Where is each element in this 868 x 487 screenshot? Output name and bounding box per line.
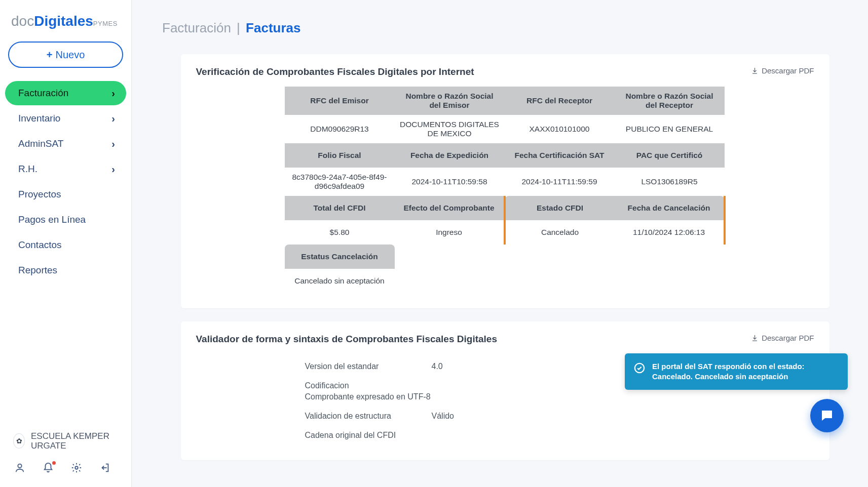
logo: docDigitalesPYMES (5, 10, 126, 42)
sidebar-item-rh[interactable]: R.H. › (5, 157, 126, 181)
td-nombre-receptor: PUBLICO EN GENERAL (615, 115, 725, 143)
th-fecha-exp: Fecha de Expedición (395, 143, 505, 168)
validator-key: Version del estandar (305, 362, 411, 371)
td-pac: LSO1306189R5 (615, 168, 725, 196)
td-nombre-emisor: DOCUMENTOS DIGITALES DE MEXICO (395, 115, 505, 143)
breadcrumb-page: Facturas (246, 20, 300, 35)
gear-icon[interactable] (71, 462, 82, 476)
validator-key: Validacion de estructura (305, 412, 411, 421)
td-total: $5.80 (285, 220, 395, 245)
new-button-label: Nuevo (55, 49, 85, 61)
download-pdf-button[interactable]: Descargar PDF (751, 334, 814, 342)
chevron-right-icon: › (111, 164, 115, 175)
verification-title: Verificación de Comprobantes Fiscales Di… (196, 66, 474, 77)
toast-text: El portal del SAT respondió con el estad… (652, 361, 839, 382)
sidebar-item-label: R.H. (18, 164, 37, 175)
status-toast: El portal del SAT respondió con el estad… (625, 353, 848, 390)
sidebar-item-label: Inventario (18, 113, 60, 124)
sidebar-footer: ✿ ESCUELA KEMPER URGATE (5, 427, 126, 480)
th-pac: PAC que Certificó (615, 143, 725, 168)
th-fecha-cancel: Fecha de Cancelación (615, 196, 725, 220)
download-icon (751, 67, 759, 74)
th-rfc-emisor: RFC del Emisor (285, 87, 395, 115)
svg-point-0 (18, 464, 21, 468)
chevron-right-icon: › (111, 88, 115, 99)
sidebar-item-label: Proyectos (18, 189, 61, 200)
th-efecto: Efecto del Comprobante (395, 196, 505, 220)
profile-icon[interactable] (14, 462, 25, 476)
th-nombre-receptor: Nombre o Razón Social del Receptor (615, 87, 725, 115)
validator-card: Validador de forma y sintaxis de Comprob… (181, 321, 829, 460)
chat-icon (819, 408, 835, 423)
user-name: ESCUELA KEMPER URGATE (31, 431, 118, 451)
chevron-right-icon: › (111, 113, 115, 125)
validator-title: Validador de forma y sintaxis de Comprob… (196, 334, 497, 345)
td-rfc-emisor: DDM090629R13 (285, 115, 395, 143)
avatar: ✿ (13, 433, 25, 449)
td-efecto: Ingreso (395, 220, 505, 245)
th-rfc-receptor: RFC del Receptor (505, 87, 615, 115)
validator-value: Comprobante expresado en UTF-8 (305, 392, 814, 401)
sidebar-item-reportes[interactable]: Reportes (5, 258, 126, 282)
sidebar: docDigitalesPYMES + Nuevo Facturación › … (0, 0, 132, 487)
svg-point-1 (75, 466, 78, 469)
footer-icons (10, 462, 121, 480)
logo-part1: doc (11, 13, 34, 29)
chevron-right-icon: › (111, 138, 115, 150)
bell-icon[interactable] (43, 462, 54, 476)
breadcrumb-section: Facturación (162, 20, 231, 35)
validator-row-validacion: Validacion de estructura Válido (305, 407, 814, 426)
new-button[interactable]: + Nuevo (8, 42, 123, 68)
logo-part2: Digitales (34, 13, 93, 29)
chat-fab[interactable] (810, 399, 844, 432)
sidebar-item-label: Contactos (18, 239, 62, 251)
sidebar-item-adminsat[interactable]: AdminSAT › (5, 132, 126, 156)
sidebar-item-label: AdminSAT (18, 138, 63, 149)
sidebar-item-label: Pagos en Línea (18, 214, 86, 225)
sidebar-item-facturacion[interactable]: Facturación › (5, 81, 126, 105)
sidebar-item-pagos[interactable]: Pagos en Línea (5, 208, 126, 232)
logout-icon[interactable] (99, 462, 110, 476)
th-nombre-emisor: Nombre o Razón Social del Emisor (395, 87, 505, 115)
validator-row-cadena: Cadena original del CFDI (305, 426, 814, 445)
breadcrumb-separator: | (235, 20, 242, 35)
breadcrumb: Facturación | Facturas (162, 20, 848, 36)
td-fecha-cancel: 11/10/2024 12:06:13 (615, 220, 725, 245)
sidebar-item-contactos[interactable]: Contactos (5, 233, 126, 257)
main-content: Facturación | Facturas Verificación de C… (132, 0, 868, 487)
sidebar-nav: Facturación › Inventario › AdminSAT › R.… (5, 81, 126, 282)
validator-value: 4.0 (432, 362, 443, 371)
validator-key: Cadena original del CFDI (305, 431, 411, 440)
sidebar-item-inventario[interactable]: Inventario › (5, 106, 126, 131)
td-fecha-cert: 2024-10-11T11:59:59 (505, 168, 615, 196)
check-circle-icon (634, 362, 645, 374)
validator-value: Válido (432, 412, 454, 421)
th-folio: Folio Fiscal (285, 143, 395, 168)
th-estado: Estado CFDI (505, 196, 615, 220)
sidebar-item-proyectos[interactable]: Proyectos (5, 182, 126, 207)
download-pdf-label: Descargar PDF (762, 66, 814, 75)
notification-dot (52, 461, 56, 465)
logo-part3: PYMES (93, 20, 118, 27)
th-estatus-cancel: Estatus Cancelación (285, 245, 395, 269)
plus-icon: + (47, 49, 53, 61)
td-folio: 8c3780c9-24a7-405e-8f49-d96c9afdea09 (285, 168, 395, 196)
th-total: Total del CFDI (285, 196, 395, 220)
download-pdf-label: Descargar PDF (762, 334, 814, 342)
verification-table: RFC del Emisor Nombre o Razón Social del… (285, 87, 726, 293)
verification-card: Verificación de Comprobantes Fiscales Di… (181, 54, 829, 308)
download-icon (751, 334, 759, 342)
download-pdf-button[interactable]: Descargar PDF (751, 66, 814, 75)
td-estatus-cancel: Cancelado sin aceptación (285, 269, 395, 293)
td-rfc-receptor: XAXX010101000 (505, 115, 615, 143)
validator-key: Codificacion (305, 381, 411, 390)
td-estado: Cancelado (505, 220, 615, 245)
user-block[interactable]: ✿ ESCUELA KEMPER URGATE (10, 427, 121, 462)
td-fecha-exp: 2024-10-11T10:59:58 (395, 168, 505, 196)
sidebar-item-label: Facturación (18, 88, 68, 99)
sidebar-item-label: Reportes (18, 265, 57, 276)
th-fecha-cert: Fecha Certificación SAT (505, 143, 615, 168)
